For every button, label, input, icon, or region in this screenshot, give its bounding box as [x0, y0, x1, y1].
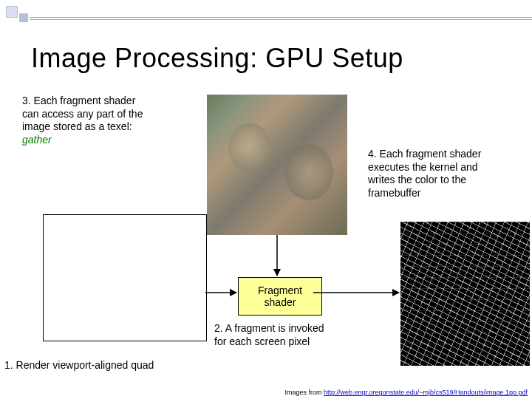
fragbox-line: Fragment	[258, 284, 302, 296]
step4-text: 4. Each fragment shader executes the ker…	[368, 148, 523, 200]
citation-prefix: Images from	[285, 389, 324, 396]
slide-root: Image Processing: GPU Setup 3. Each frag…	[0, 0, 532, 399]
step2-line: for each screen pixel	[214, 335, 369, 349]
corner-decoration	[6, 6, 109, 28]
fragbox-line: shader	[258, 296, 302, 308]
step2-line: 2. A fragment is invoked	[214, 322, 369, 335]
step3-gather: gather	[22, 134, 185, 147]
step1-text: 1. Render viewport-aligned quad	[4, 359, 211, 372]
step2-text: 2. A fragment is invoked for each screen…	[214, 322, 369, 348]
step3-line: image stored as a texel:	[22, 120, 185, 134]
image-citation: Images from http://web.engr.oregonstate.…	[285, 389, 528, 396]
step3-line: can access any part of the	[22, 108, 185, 121]
viewport-quad-box	[43, 214, 207, 341]
step4-line: framebuffer	[368, 187, 523, 200]
citation-link[interactable]: http://web.engr.oregonstate.edu/~mjb/cs5…	[324, 389, 528, 396]
step4-line: writes the color to the	[368, 174, 523, 187]
page-title: Image Processing: GPU Setup	[31, 43, 517, 74]
step3-text: 3. Each fragment shader can access any p…	[22, 95, 185, 146]
fragment-shader-box: Fragment shader	[238, 277, 322, 316]
step4-line: executes the kernel and	[368, 161, 523, 174]
step4-line: 4. Each fragment shader	[368, 148, 523, 161]
output-image	[400, 222, 530, 366]
step3-line: 3. Each fragment shader	[22, 95, 185, 108]
input-image	[207, 95, 347, 235]
